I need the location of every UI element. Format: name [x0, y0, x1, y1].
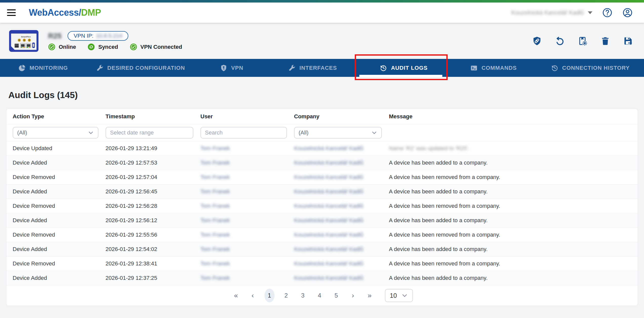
- cell-action-type: Device Added: [13, 275, 106, 281]
- cell-action-type: Device Removed: [13, 174, 106, 180]
- cell-message: A device has been added to a company.: [389, 217, 631, 224]
- company-selector[interactable]: Kouzelnická Kancelář Kadlů: [511, 9, 592, 16]
- tab-label: AUDIT LOGS: [391, 65, 428, 71]
- cell-action-type: Device Added: [13, 246, 106, 253]
- cell-action-type: Device Removed: [13, 203, 106, 209]
- vpn-shield-link-button[interactable]: [532, 36, 542, 46]
- tab-connection-history[interactable]: CONNECTION HISTORY: [536, 59, 644, 77]
- tab-label: COMMANDS: [482, 65, 517, 71]
- tab-audit-logs[interactable]: AUDIT LOGS: [357, 59, 450, 77]
- history-icon: [380, 64, 387, 72]
- vpn-ip-value: 10.8.5.214: [96, 33, 122, 39]
- cell-user-redacted: Tom Franek: [200, 260, 294, 267]
- cell-user-redacted: Tom Franek: [200, 174, 294, 180]
- vpn-ip-label: VPN IP:: [74, 33, 93, 39]
- device-header: SmartFlex R25 VPN IP: 10.8.5.214 OnlineS…: [0, 23, 644, 59]
- cell-message: A device has been removed from a company…: [389, 232, 631, 238]
- table-body: Device Updated2026-01-29 13:21:49Tom Fra…: [6, 141, 638, 285]
- vpn-ip-pill: VPN IP: 10.8.5.214: [68, 31, 128, 41]
- shield-link-icon: [532, 36, 542, 46]
- reboot-icon: [555, 36, 565, 46]
- terminal-icon: [470, 64, 478, 72]
- page-button-3[interactable]: 3: [298, 289, 308, 302]
- cell-message: A device has been removed from a company…: [389, 260, 631, 267]
- save-export-icon: [623, 36, 633, 46]
- pagination: «‹12345›»10: [6, 285, 638, 306]
- table-row: Device Removed2026-01-29 12:55:56Tom Fra…: [6, 228, 638, 242]
- tab-vpn[interactable]: VPN: [195, 59, 268, 77]
- app-header: WebAccess/DMP Kouzelnická Kancelář Kadlů: [0, 3, 644, 23]
- audit-logs-table: Action TypeTimestampUserCompanyMessage (…: [6, 109, 638, 306]
- company-filter[interactable]: (All): [294, 127, 382, 139]
- page-size-select[interactable]: 10: [385, 289, 413, 302]
- chevron-down-icon: [401, 292, 408, 299]
- status-synced: Synced: [88, 43, 118, 51]
- last-page-button[interactable]: »: [365, 292, 375, 299]
- page-button-1[interactable]: 1: [264, 289, 275, 302]
- tab-commands[interactable]: COMMANDS: [450, 59, 536, 77]
- date-range-input[interactable]: [106, 127, 193, 139]
- status-vpn-connected: VPN Connected: [130, 43, 182, 51]
- table-row: Device Added2026-01-29 12:57:53Tom Frane…: [6, 155, 638, 170]
- column-header-company: Company: [294, 113, 389, 120]
- device-status-row: OnlineSyncedVPN Connected: [48, 43, 182, 51]
- cell-user-redacted: Tom Franek: [200, 203, 294, 209]
- next-page-button[interactable]: ›: [348, 292, 358, 299]
- reboot-button[interactable]: [555, 36, 565, 46]
- cell-user-redacted: Tom Franek: [200, 232, 294, 238]
- account-button[interactable]: [622, 7, 633, 18]
- column-header-user: User: [200, 113, 294, 120]
- tab-label: VPN: [231, 65, 243, 71]
- table-header-row: Action TypeTimestampUserCompanyMessage: [6, 109, 638, 124]
- cell-user-redacted: Tom Franek: [200, 246, 294, 253]
- help-button[interactable]: [602, 7, 613, 18]
- table-row: Device Added2026-01-29 12:56:12Tom Frane…: [6, 213, 638, 228]
- page-size-value: 10: [390, 292, 397, 299]
- cell-user-redacted: Tom Franek: [200, 160, 294, 166]
- tab-label: MONITORING: [30, 65, 68, 71]
- cell-user-redacted: Tom Franek: [200, 275, 294, 281]
- cell-action-type: Device Removed: [13, 260, 106, 267]
- cell-user-redacted: Tom Franek: [200, 188, 294, 195]
- cell-timestamp: 2026-01-29 12:56:45: [106, 188, 200, 195]
- cell-user-redacted: Tom Franek: [200, 217, 294, 224]
- cell-message-redacted: Name 'R2' was updated to 'R25'.: [389, 145, 631, 152]
- column-header-message: Message: [389, 113, 631, 120]
- tab-desired-configuration[interactable]: DESIRED CONFIGURATION: [86, 59, 195, 77]
- table-row: Device Added2026-01-29 12:56:45Tom Frane…: [6, 184, 638, 199]
- cell-company-redacted: Kouzelnická Kancelář Kadlů: [294, 188, 389, 195]
- page-button-2[interactable]: 2: [281, 289, 291, 302]
- cell-company-redacted: Kouzelnická Kancelář Kadlů: [294, 217, 389, 224]
- table-row: Device Added2026-01-29 12:54:02Tom Frane…: [6, 242, 638, 256]
- page-button-5[interactable]: 5: [331, 289, 341, 302]
- chevron-down-icon: [588, 11, 592, 14]
- cell-message: A device has been removed from a company…: [389, 203, 631, 209]
- tab-monitoring[interactable]: MONITORING: [0, 59, 86, 77]
- help-icon: [602, 7, 613, 18]
- device-nav-bar: MONITORINGDESIRED CONFIGURATIONVPNINTERF…: [0, 59, 644, 77]
- cell-timestamp: 2026-01-29 12:56:12: [106, 217, 200, 224]
- cell-timestamp: 2026-01-29 12:55:56: [106, 232, 200, 238]
- cell-message: A device has been removed from a company…: [389, 174, 631, 180]
- device-configuration-button[interactable]: [578, 36, 587, 46]
- sync-circle-icon: [88, 43, 95, 51]
- device-info: R25 VPN IP: 10.8.5.214 OnlineSyncedVPN C…: [48, 31, 182, 51]
- first-page-button[interactable]: «: [231, 292, 241, 299]
- cell-company-redacted: Kouzelnická Kancelář Kadlů: [294, 246, 389, 253]
- table-row: Device Removed2026-01-29 12:57:04Tom Fra…: [6, 170, 638, 184]
- export-save-button[interactable]: [623, 36, 633, 46]
- user-search-input[interactable]: [200, 127, 287, 139]
- cell-message: A device has been added to a company.: [389, 275, 631, 281]
- menu-button[interactable]: [7, 9, 16, 16]
- status-online: Online: [48, 43, 76, 51]
- action-type-filter[interactable]: (All): [13, 127, 98, 139]
- logo-primary-text: WebAccess/: [29, 7, 81, 18]
- cell-action-type: Device Added: [13, 188, 106, 195]
- company-filter-value: (All): [299, 129, 308, 136]
- delete-device-button[interactable]: [600, 36, 610, 46]
- previous-page-button[interactable]: ‹: [248, 292, 258, 299]
- page-button-4[interactable]: 4: [315, 289, 325, 302]
- cell-timestamp: 2026-01-29 12:57:53: [106, 160, 200, 166]
- tab-interfaces[interactable]: INTERFACES: [268, 59, 357, 77]
- cell-message: A device has been added to a company.: [389, 188, 631, 195]
